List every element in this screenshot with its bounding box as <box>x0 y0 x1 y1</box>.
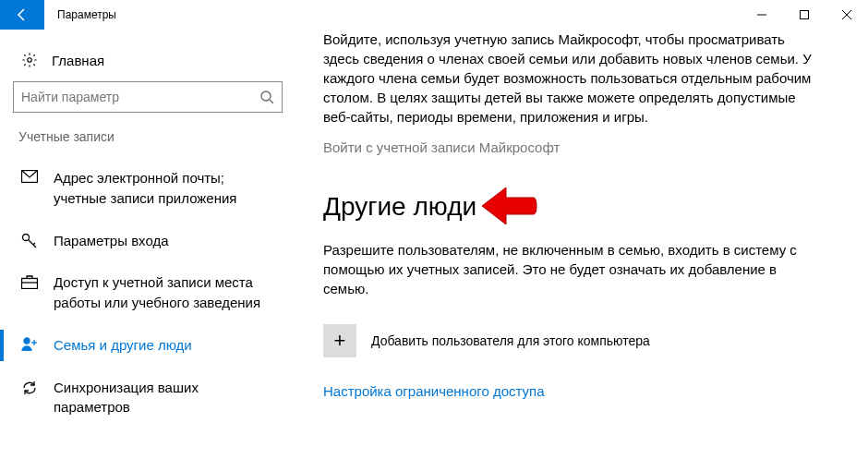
mail-icon <box>18 168 41 183</box>
signin-ms-link[interactable]: Войти с учетной записи Майкрософт <box>323 139 840 155</box>
annotation-arrow-icon <box>480 183 545 229</box>
titlebar: Параметры <box>0 0 868 30</box>
svg-line-10 <box>33 243 35 245</box>
sidebar-item-label: Параметры входа <box>41 231 169 251</box>
svg-rect-1 <box>801 11 809 19</box>
sidebar-item-work-access[interactable]: Доступ к учетной записи места работы или… <box>0 261 295 324</box>
home-nav[interactable]: Главная <box>0 44 295 81</box>
briefcase-icon <box>18 272 41 289</box>
sidebar: Главная Учетные записи Адрес электронной… <box>0 30 295 471</box>
plus-icon: + <box>323 324 356 357</box>
sidebar-item-email-accounts[interactable]: Адрес электронной почты; учетные записи … <box>0 157 295 220</box>
sidebar-item-label: Адрес электронной почты; учетные записи … <box>41 168 277 209</box>
search-input[interactable] <box>21 90 259 104</box>
window-title: Параметры <box>44 0 116 30</box>
sidebar-item-label: Синхронизация ваших параметров <box>41 378 277 418</box>
home-label: Главная <box>41 53 104 68</box>
search-input-wrap[interactable] <box>13 81 283 113</box>
sidebar-item-family[interactable]: Семья и другие люди <box>0 324 295 367</box>
close-button[interactable] <box>826 0 868 30</box>
add-user-label: Добавить пользователя для этого компьюте… <box>371 333 650 348</box>
sidebar-section-label: Учетные записи <box>0 129 295 157</box>
svg-line-6 <box>270 100 273 103</box>
svg-rect-11 <box>22 279 38 289</box>
family-intro-text: Войдите, используя учетную запись Майкро… <box>323 30 822 127</box>
sidebar-item-label: Доступ к учетной записи места работы или… <box>41 272 277 313</box>
sidebar-item-signin-options[interactable]: Параметры входа <box>0 220 295 262</box>
svg-point-13 <box>24 338 30 344</box>
other-people-desc: Разрешите пользователям, не включенным в… <box>323 240 822 298</box>
main-content: Войдите, используя учетную запись Майкро… <box>295 30 868 471</box>
back-button[interactable] <box>0 0 44 30</box>
window-controls <box>741 0 868 30</box>
key-icon <box>18 231 41 249</box>
svg-point-4 <box>28 58 32 63</box>
search-icon <box>259 90 274 104</box>
minimize-button[interactable] <box>741 0 783 30</box>
other-people-heading: Другие люди <box>323 192 840 222</box>
add-user-button[interactable]: + Добавить пользователя для этого компью… <box>323 324 840 357</box>
section-title-text: Другие люди <box>323 192 476 222</box>
svg-point-5 <box>261 91 271 101</box>
sidebar-item-sync[interactable]: Синхронизация ваших параметров <box>0 367 295 429</box>
people-icon <box>18 335 41 352</box>
kiosk-link[interactable]: Настройка ограниченного доступа <box>323 383 840 399</box>
sync-icon <box>18 378 41 396</box>
maximize-button[interactable] <box>783 0 826 30</box>
svg-point-8 <box>23 234 30 240</box>
gear-icon <box>18 52 41 68</box>
sidebar-item-label: Семья и другие люди <box>41 335 192 356</box>
